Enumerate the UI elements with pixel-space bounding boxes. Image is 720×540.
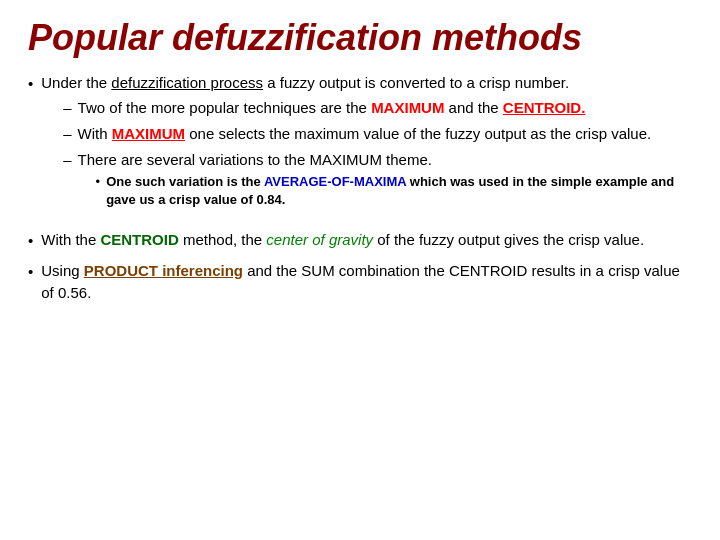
sub-sub-bullet-1: • One such variation is the AVERAGE-OF-M… — [96, 173, 692, 209]
centroid-label-1: CENTROID. — [503, 99, 586, 116]
dash-1-2: – — [63, 123, 71, 145]
sub-bullet-1-3: – There are several variations to the MA… — [63, 149, 692, 211]
bullet-3: • Using PRODUCT inferencing and the SUM … — [28, 260, 692, 304]
sub-bullet-1-2-text: With MAXIMUM one selects the maximum val… — [78, 123, 692, 144]
sub-bullet-1-1-text: Two of the more popular techniques are t… — [78, 97, 692, 118]
maximum-label-2: MAXIMUM — [112, 125, 185, 142]
bullet-symbol-2: • — [28, 230, 33, 252]
bullet-2: • With the CENTROID method, the center o… — [28, 229, 692, 252]
bullet-symbol-3: • — [28, 261, 33, 283]
dash-1-1: – — [63, 97, 71, 119]
bullet-1-text-part-2: defuzzification process — [111, 74, 263, 91]
bullet-1: • Under the defuzzification process a fu… — [28, 72, 692, 216]
sub-sub-bullets: • One such variation is the AVERAGE-OF-M… — [96, 173, 692, 209]
average-of-maxima-label: AVERAGE-OF-MAXIMA — [264, 174, 406, 189]
sub-bullet-1-3-text: There are several variations to the MAXI… — [78, 149, 692, 211]
bullet-2-text: With the CENTROID method, the center of … — [41, 229, 692, 251]
bullet-symbol-1: • — [28, 73, 33, 95]
sub-sub-bullet-1-text: One such variation is the AVERAGE-OF-MAX… — [106, 173, 692, 209]
product-inferencing-label: PRODUCT inferencing — [84, 262, 243, 279]
bullet-1-text: Under the defuzzification process a fuzz… — [41, 72, 692, 216]
sub-bullet-1-2: – With MAXIMUM one selects the maximum v… — [63, 123, 692, 145]
bullet-3-text: Using PRODUCT inferencing and the SUM co… — [41, 260, 692, 304]
bullet-1-text-part-3: a fuzzy output is converted to a crisp n… — [263, 74, 569, 91]
dash-1-3: – — [63, 149, 71, 171]
sub-bullets-1: – Two of the more popular techniques are… — [63, 97, 692, 211]
bullet-1-text-part-1: Under the — [41, 74, 111, 91]
content-area: • Under the defuzzification process a fu… — [28, 72, 692, 312]
sub-bullet-1-1: – Two of the more popular techniques are… — [63, 97, 692, 119]
page: Popular defuzzification methods • Under … — [0, 0, 720, 540]
maximum-label-1: MAXIMUM — [371, 99, 444, 116]
center-of-gravity-label: center of gravity — [266, 231, 373, 248]
centroid-label-2: CENTROID — [100, 231, 178, 248]
page-title: Popular defuzzification methods — [28, 18, 692, 58]
dot-1: • — [96, 173, 101, 191]
